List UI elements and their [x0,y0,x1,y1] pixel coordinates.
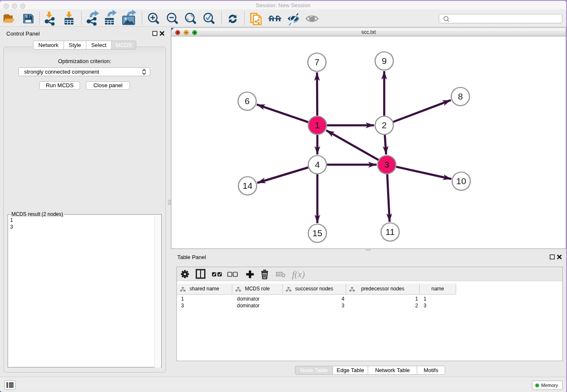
svg-text:8: 8 [458,91,463,101]
svg-text:14: 14 [242,181,253,190]
svg-text:f(x): f(x) [292,269,305,279]
svg-text:9: 9 [382,56,387,66]
svg-text:15: 15 [312,228,322,238]
svg-text:7: 7 [314,57,319,67]
svg-text:10: 10 [456,176,466,186]
svg-text:4: 4 [315,160,320,169]
svg-text:6: 6 [245,96,250,106]
svg-text:1: 1 [315,120,320,130]
svg-text:11: 11 [385,227,395,237]
svg-text:3: 3 [384,160,389,169]
svg-text:2: 2 [382,120,387,130]
